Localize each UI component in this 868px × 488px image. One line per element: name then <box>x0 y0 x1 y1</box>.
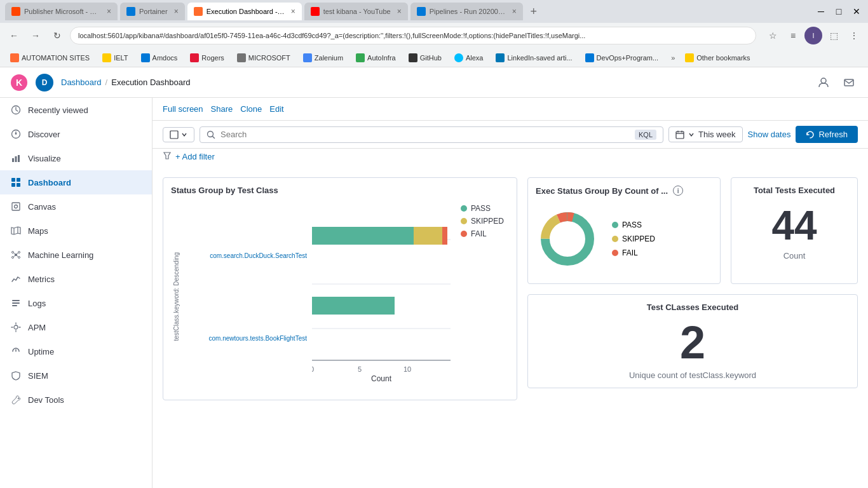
dashboard-grid: Status Group by Test Class testClass.key… <box>153 167 868 410</box>
donut-legend-pass: PASS <box>612 220 655 229</box>
tab-close-4[interactable]: × <box>397 7 402 16</box>
fail-dot <box>461 231 467 237</box>
sidebar-item-maps[interactable]: Maps <box>0 219 152 243</box>
sidebar-item-metrics[interactable]: Metrics <box>0 267 152 291</box>
metrics-icon <box>10 273 22 285</box>
search-input[interactable] <box>220 130 630 139</box>
tab-close-3[interactable]: × <box>291 7 295 16</box>
forward-button[interactable]: → <box>27 27 44 44</box>
bookmark-rogers[interactable]: Rogers <box>185 52 229 64</box>
y-axis-label: testClass.keyword: Descending <box>173 252 180 341</box>
tab-search-button[interactable]: ≡ <box>784 27 802 44</box>
tab-1[interactable]: Publisher Microsoft - Visual St... × <box>5 3 118 20</box>
sidebar-item-recently-viewed[interactable]: Recently viewed <box>0 98 152 122</box>
share-link[interactable]: Share <box>211 104 233 114</box>
more-bookmarks[interactable]: » <box>668 53 677 63</box>
bookmark-star-button[interactable]: ☆ <box>764 27 782 44</box>
bookmark-ielt[interactable]: IELT <box>97 52 133 64</box>
new-tab-button[interactable]: + <box>526 3 542 20</box>
bookmark-other[interactable]: Other bookmarks <box>680 52 755 64</box>
sidebar-item-logs[interactable]: Logs <box>0 291 152 315</box>
filter-type-button[interactable] <box>163 127 194 142</box>
sidebar-item-visualize[interactable]: Visualize <box>0 146 152 170</box>
clock-icon <box>10 104 22 116</box>
svg-rect-7 <box>15 156 17 162</box>
donut-legend-skipped: SKIPPED <box>612 234 655 243</box>
sidebar-item-dev-tools[interactable]: Dev Tools <box>0 388 152 412</box>
bar-skip-1 <box>414 227 442 245</box>
notifications-button[interactable] <box>840 74 858 92</box>
sidebar-label-siem: SIEM <box>28 371 48 381</box>
tab-favicon-2 <box>126 7 135 16</box>
tab-favicon-3 <box>194 7 203 16</box>
bookmark-microsoft[interactable]: MICROSOFT <box>232 52 295 64</box>
kibana-logo: K <box>10 74 28 92</box>
tab-close-5[interactable]: × <box>512 7 517 16</box>
tab-favicon-5 <box>417 7 426 16</box>
tab-4[interactable]: test kibana - YouTube × <box>304 3 408 20</box>
tab-close-2[interactable]: × <box>174 7 179 16</box>
show-dates-button[interactable]: Show dates <box>748 130 791 139</box>
tab-3[interactable]: Execution Dashboard - Kibana × <box>187 3 302 20</box>
sidebar-item-siem[interactable]: SIEM <box>0 363 152 388</box>
bookmark-linkedin[interactable]: LinkedIn-saved arti... <box>491 52 577 64</box>
class-label-1[interactable]: com.search.DuckDuck.SearchTest <box>186 252 307 259</box>
svg-rect-13 <box>12 203 20 210</box>
sidebar-item-uptime[interactable]: Uptime <box>0 339 152 363</box>
time-picker[interactable]: This week <box>668 126 743 142</box>
dashboard-icon <box>10 177 22 188</box>
maximize-button[interactable]: □ <box>832 5 845 18</box>
time-range-label: This week <box>698 130 736 139</box>
refresh-button[interactable]: Refresh <box>796 126 858 143</box>
bookmark-icon-2 <box>102 53 111 62</box>
bookmark-icon-3 <box>141 53 150 62</box>
back-button[interactable]: ← <box>5 27 23 44</box>
kql-badge[interactable]: KQL <box>635 130 656 140</box>
bookmark-github[interactable]: GitHub <box>403 52 447 64</box>
bookmark-zalenium[interactable]: Zalenium <box>298 52 348 64</box>
full-screen-link[interactable]: Full screen <box>163 104 203 114</box>
menu-button[interactable]: ⋮ <box>845 27 863 44</box>
edit-link[interactable]: Edit <box>269 104 283 114</box>
avatar[interactable]: D <box>36 74 53 92</box>
legend-pass-label: PASS <box>471 204 491 213</box>
bookmark-automation-sites[interactable]: AUTOMATION SITES <box>5 52 95 64</box>
bookmark-alexa[interactable]: Alexa <box>449 52 489 64</box>
close-window-button[interactable]: ✕ <box>850 5 863 18</box>
bookmark-label-12: Other bookmarks <box>696 54 750 62</box>
add-filter-button[interactable]: + Add filter <box>175 152 215 161</box>
svg-line-23 <box>17 255 18 257</box>
sidebar-item-machine-learning[interactable]: Machine Learning <box>0 243 152 267</box>
sidebar-item-apm[interactable]: APM <box>0 315 152 339</box>
breadcrumb: Dashboard / Execution Dashboard <box>61 78 807 87</box>
sidebar-item-discover[interactable]: Discover <box>0 122 152 146</box>
reload-button[interactable]: ↻ <box>48 27 66 44</box>
user-settings-button[interactable] <box>815 74 832 92</box>
svg-rect-9 <box>11 178 15 182</box>
logs-icon <box>10 297 22 309</box>
skipped-dot <box>461 218 467 224</box>
sidebar: Recently viewed Discover Visualize Dashb… <box>0 98 153 488</box>
donut-legend: PASS SKIPPED FAIL <box>612 220 655 257</box>
bookmark-amdocs[interactable]: Amdocs <box>136 52 183 64</box>
tab-5[interactable]: Pipelines - Run 20200402.1 × <box>410 3 523 20</box>
sidebar-item-canvas[interactable]: Canvas <box>0 194 152 219</box>
tab-close-1[interactable]: × <box>107 7 111 16</box>
info-icon[interactable]: i <box>673 186 683 196</box>
svg-point-18 <box>12 257 14 259</box>
donut-pass-label: PASS <box>622 220 642 229</box>
extensions-button[interactable]: ⬚ <box>825 27 843 44</box>
calendar-chevron-icon <box>688 132 695 138</box>
address-bar[interactable]: localhost:5601/app/kibana#/dashboard/af0… <box>70 27 756 44</box>
tab-2[interactable]: Portainer × <box>120 3 185 20</box>
bookmark-autoinfra[interactable]: AutoInfra <box>351 52 401 64</box>
profile-button[interactable]: I <box>804 27 822 44</box>
class-label-2[interactable]: com.newtours.tests.BookFlightTest <box>186 335 307 342</box>
svg-rect-25 <box>12 302 20 304</box>
donut-fail-label: FAIL <box>622 248 638 257</box>
clone-link[interactable]: Clone <box>240 104 262 114</box>
minimize-button[interactable]: ─ <box>815 5 827 18</box>
sidebar-item-dashboard[interactable]: Dashboard <box>0 170 152 194</box>
breadcrumb-parent[interactable]: Dashboard <box>61 78 102 87</box>
bookmark-devops[interactable]: DevOps+Program... <box>580 52 664 64</box>
